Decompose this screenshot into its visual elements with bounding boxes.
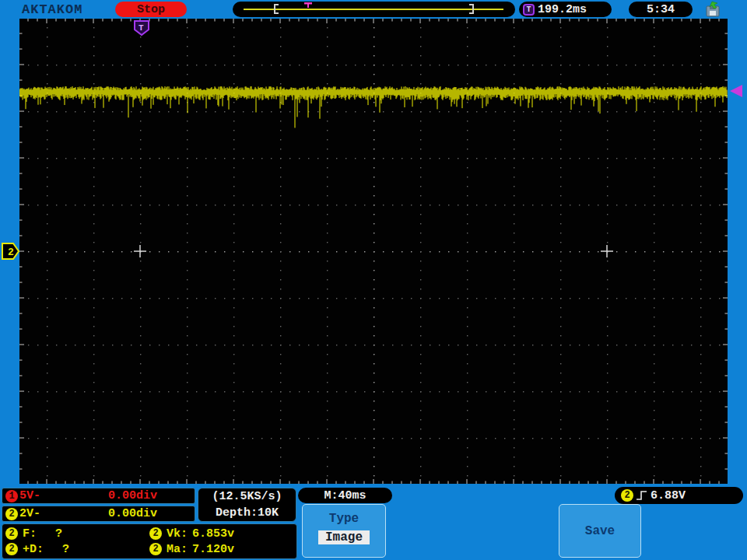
save-button[interactable]: Save — [559, 504, 641, 558]
sample-rate: (12.5KS/s) — [212, 488, 282, 505]
meas-ch-badge: 2 — [149, 527, 162, 540]
meas-label: Vk: — [167, 527, 188, 541]
ch2-badge: 2 — [5, 508, 18, 520]
ch2-ground-marker[interactable]: 2 — [2, 243, 20, 260]
ch2-trace — [19, 86, 727, 128]
meas-ch-badge: 2 — [5, 527, 18, 540]
trigger-position-marker-icon — [304, 2, 312, 9]
trigger-time-readout: T 199.2ms — [519, 2, 612, 17]
measurement-item: 2 Vk: 6.853v — [149, 527, 293, 541]
memory-depth: Depth:10K — [216, 505, 279, 521]
ch2-scale: 2V- — [19, 507, 40, 520]
run-stop-status[interactable]: Stop — [115, 2, 187, 17]
clock: 5:34 — [629, 2, 693, 17]
meas-value: ? — [55, 527, 62, 541]
measurement-item: 2 F: ? — [5, 527, 149, 541]
meas-value: 6.853v — [192, 527, 234, 541]
trigger-source-badge: 2 — [621, 489, 633, 502]
window-left-bracket — [274, 4, 279, 14]
meas-ch-badge: 2 — [5, 543, 18, 555]
measurement-item: 2 Ma: 7.120v — [149, 543, 293, 556]
meas-value: 7.120v — [192, 543, 234, 556]
rising-edge-icon — [636, 489, 648, 502]
window-right-bracket — [469, 4, 474, 14]
ch2-status-box[interactable]: 2 2V- 0.00div — [2, 506, 195, 522]
svg-text:T: T — [139, 23, 144, 33]
memory-bar-line — [244, 9, 503, 10]
timebase-value: M:40ms — [324, 489, 366, 502]
ch1-status-box[interactable]: 1 5V- 0.00div — [2, 488, 195, 504]
save-button-label: Save — [585, 524, 615, 538]
acquisition-info-box: (12.5KS/s) Depth:10K — [198, 488, 296, 522]
ch1-badge: 1 — [5, 490, 18, 502]
brand-logo: AKTAKOM — [22, 2, 82, 17]
meas-label: +D: — [23, 543, 58, 556]
svg-text:2: 2 — [8, 247, 14, 258]
meas-value: ? — [62, 543, 69, 556]
ch1-position: 0.00div — [108, 489, 157, 502]
oscilloscope-screen: { "header": { "brand": "AKTAKOM", "run_s… — [0, 0, 747, 560]
measurement-item: 2 +D: ? — [5, 543, 149, 556]
trigger-level-arrow-icon[interactable] — [728, 84, 743, 99]
menu-type-label: Type — [329, 512, 359, 526]
measurements-box: 2 F: ? 2 Vk: 6.853v 2 +D: ? 2 Ma: 7.120v — [2, 523, 297, 559]
trigger-level-value: 6.88V — [651, 489, 686, 502]
timebase-readout[interactable]: M:40ms — [298, 488, 392, 503]
trigger-level-readout: 2 6.88V — [615, 487, 743, 504]
clock-value: 5:34 — [647, 3, 675, 16]
meas-ch-badge: 2 — [149, 543, 162, 555]
trigger-time-value: 199.2ms — [538, 3, 587, 16]
menu-type-selected-value[interactable]: Image — [318, 530, 370, 544]
horizontal-position-bar[interactable] — [233, 2, 515, 17]
menu-type-selector[interactable]: Type Image — [302, 504, 386, 558]
trigger-t-icon: T — [523, 4, 535, 16]
meas-label: F: — [23, 527, 51, 541]
graticule-and-trace: T — [19, 19, 728, 484]
ch1-scale: 5V- — [19, 489, 40, 502]
trigger-hpos-shield-icon: T — [135, 21, 149, 35]
waveform-display[interactable]: T — [19, 19, 728, 484]
storage-disk-icon — [703, 1, 723, 18]
ch2-position: 0.00div — [108, 507, 157, 520]
meas-label: Ma: — [167, 543, 188, 556]
